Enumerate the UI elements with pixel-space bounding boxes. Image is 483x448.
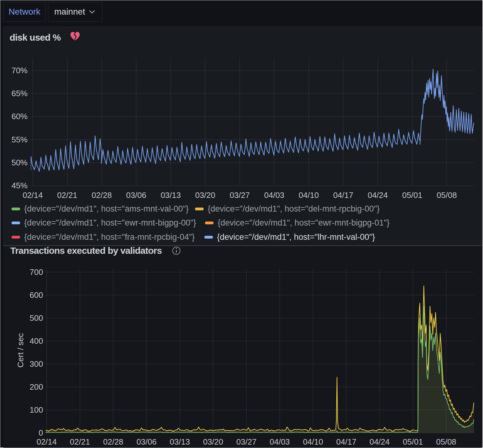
svg-text:03/13: 03/13	[161, 190, 181, 200]
svg-text:05/08: 05/08	[436, 437, 456, 446]
svg-text:05/01: 05/01	[403, 437, 423, 446]
svg-text:02/14: 02/14	[23, 190, 43, 200]
svg-text:03/27: 03/27	[230, 190, 250, 200]
svg-text:04/10: 04/10	[303, 437, 323, 446]
svg-text:300: 300	[30, 359, 43, 369]
svg-text:05/08: 05/08	[437, 190, 457, 200]
svg-text:02/21: 02/21	[57, 190, 77, 200]
svg-text:100: 100	[30, 405, 43, 414]
svg-text:03/27: 03/27	[236, 437, 256, 446]
svg-text:Cert / sec: Cert / sec	[16, 333, 25, 367]
svg-text:03/20: 03/20	[195, 190, 215, 200]
svg-text:02/21: 02/21	[70, 437, 90, 446]
svg-text:04/17: 04/17	[336, 437, 357, 446]
svg-text:55%: 55%	[11, 135, 28, 144]
svg-text:02/28: 02/28	[92, 190, 112, 200]
svg-text:200: 200	[30, 382, 43, 392]
svg-text:70%: 70%	[11, 66, 28, 75]
svg-text:500: 500	[30, 313, 43, 323]
svg-text:45%: 45%	[11, 181, 28, 190]
svg-text:0: 0	[39, 428, 43, 437]
svg-text:05/01: 05/01	[402, 190, 422, 200]
svg-text:04/10: 04/10	[299, 190, 319, 200]
svg-text:65%: 65%	[11, 89, 28, 98]
svg-text:03/06: 03/06	[136, 437, 157, 446]
svg-text:03/13: 03/13	[170, 437, 190, 446]
svg-text:50%: 50%	[11, 158, 28, 167]
svg-text:04/24: 04/24	[368, 190, 388, 200]
svg-text:60%: 60%	[11, 112, 28, 121]
svg-text:04/24: 04/24	[370, 437, 390, 446]
svg-text:03/20: 03/20	[203, 437, 223, 446]
svg-text:02/14: 02/14	[37, 437, 57, 446]
svg-text:04/17: 04/17	[333, 190, 353, 200]
svg-text:02/28: 02/28	[103, 437, 123, 446]
svg-text:04/03: 04/03	[270, 437, 290, 446]
svg-text:700: 700	[30, 267, 43, 277]
svg-text:600: 600	[30, 290, 43, 300]
svg-text:04/03: 04/03	[264, 190, 284, 200]
svg-text:400: 400	[30, 336, 43, 346]
svg-text:03/06: 03/06	[126, 190, 146, 200]
